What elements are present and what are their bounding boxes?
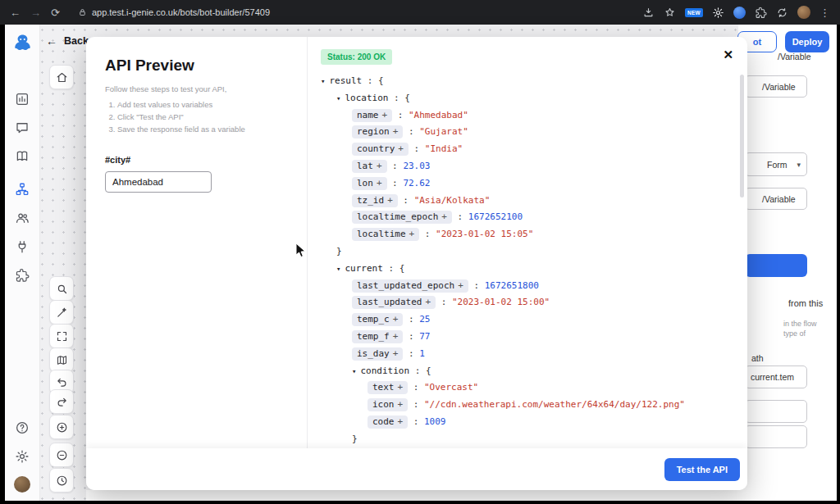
plugins-icon [15, 268, 30, 283]
zoom-in-button[interactable] [49, 415, 74, 439]
sync-icon[interactable] [776, 7, 788, 19]
browser-chrome: ← → ⟳ app.test.i-genie.co.uk/bots/bot-bu… [0, 0, 840, 25]
extensions-puzzle-icon[interactable] [755, 7, 767, 19]
save-as-variable-icon[interactable]: + [377, 161, 382, 171]
json-key-chip[interactable]: localtime_epoch+ [352, 211, 452, 224]
json-key-chip[interactable]: lat+ [352, 160, 387, 173]
collapse-toggle-icon[interactable]: ▾ [336, 90, 340, 107]
json-key-chip[interactable]: tz_id+ [352, 194, 398, 207]
redo-button[interactable] [49, 389, 74, 414]
sidebar-item-settings[interactable] [10, 444, 34, 469]
forward-nav-icon[interactable]: → [30, 7, 41, 18]
path-value-fragment[interactable]: current.tem [745, 366, 807, 388]
lock-icon [78, 7, 87, 17]
json-key-chip[interactable]: region+ [352, 125, 403, 138]
json-value: "2023-01-02 15:00" [452, 297, 550, 307]
history-button[interactable] [49, 468, 74, 493]
json-key-chip[interactable]: localtime+ [352, 228, 419, 241]
collapse-toggle-icon[interactable]: ▾ [321, 73, 325, 90]
test-api-button[interactable]: Test the API [664, 458, 740, 481]
magic-wand-icon [56, 306, 68, 319]
save-as-variable-icon[interactable]: + [425, 297, 431, 307]
json-key-chip[interactable]: last_updated+ [352, 296, 436, 309]
variable-tab-fragment[interactable]: /Variable [778, 52, 811, 61]
save-as-variable-icon[interactable]: + [441, 211, 447, 222]
menu-kebab-icon[interactable]: ⋮ [819, 7, 830, 18]
team-icon [15, 211, 30, 225]
collapse-toggle-icon[interactable]: ▾ [352, 363, 356, 380]
genie-extension-icon[interactable] [733, 7, 746, 19]
json-key-chip[interactable]: text+ [368, 381, 408, 394]
user-avatar[interactable] [14, 476, 30, 493]
json-row: localtime+ : "2023-01-02 15:05" [321, 226, 747, 243]
settings-icon [15, 449, 30, 464]
save-as-variable-icon[interactable]: + [393, 331, 399, 342]
api-preview-modal: API Preview Follow these steps to test y… [86, 37, 747, 490]
variable-field-fragment[interactable]: /Variable [745, 75, 807, 98]
minimap-button[interactable] [49, 347, 74, 372]
json-key-chip[interactable]: last_updated_epoch+ [352, 279, 468, 293]
json-value: 1672651800 [485, 280, 539, 291]
city-variable-input[interactable] [105, 171, 212, 193]
sidebar-item-integrations[interactable] [10, 234, 34, 259]
save-as-variable-icon[interactable]: + [398, 143, 404, 154]
sidebar-item-chat[interactable] [10, 116, 34, 140]
json-key-chip[interactable]: code+ [368, 415, 408, 429]
save-as-variable-icon[interactable]: + [398, 416, 404, 427]
json-row: last_updated_epoch+ : 1672651800 [321, 278, 747, 295]
sidebar-item-flow-builder[interactable] [10, 177, 34, 202]
scrollbar-thumb[interactable] [740, 75, 744, 198]
zoom-in-icon [56, 421, 68, 434]
save-as-variable-icon[interactable]: + [398, 382, 404, 393]
close-icon[interactable]: ✕ [723, 48, 733, 62]
empty-field-fragment-2[interactable] [745, 425, 807, 448]
json-key-chip[interactable]: temp_c+ [352, 313, 403, 326]
star-icon[interactable] [664, 7, 676, 19]
address-bar[interactable]: app.test.i-genie.co.uk/bots/bot-builder/… [78, 7, 270, 17]
sidebar-item-plugins[interactable] [10, 263, 34, 288]
sidebar-item-team[interactable] [10, 206, 34, 230]
mouse-cursor [295, 243, 307, 259]
back-button[interactable]: ← Back [46, 34, 89, 48]
save-as-variable-icon[interactable]: + [409, 229, 415, 239]
reload-icon[interactable]: ⟳ [51, 7, 60, 18]
json-key-chip[interactable]: is_day+ [352, 347, 403, 361]
url-text: app.test.i-genie.co.uk/bots/bot-builder/… [92, 7, 270, 17]
save-as-variable-icon[interactable]: + [393, 348, 399, 359]
empty-field-fragment[interactable] [745, 400, 807, 423]
json-key-chip[interactable]: name+ [352, 109, 392, 122]
variable-field-fragment-2[interactable]: /Variable [745, 188, 807, 210]
save-as-variable-icon[interactable]: + [398, 399, 404, 410]
json-row: name+ : "Ahmedabad" [321, 107, 747, 125]
json-key-chip[interactable]: lon+ [352, 177, 387, 190]
save-as-variable-icon[interactable]: + [387, 195, 393, 206]
sidebar-item-analytics[interactable] [10, 87, 34, 111]
sidebar-item-help[interactable] [10, 415, 34, 440]
sidebar-item-knowledge[interactable] [10, 144, 34, 169]
back-nav-icon[interactable]: ← [10, 7, 21, 18]
instruction-steps: Add test values to variables Click "Test… [105, 98, 287, 135]
save-as-variable-icon[interactable]: + [382, 110, 388, 120]
app-sidebar [5, 25, 40, 501]
download-icon[interactable] [642, 7, 655, 19]
fullscreen-button[interactable] [49, 324, 74, 348]
profile-avatar[interactable] [797, 6, 810, 19]
json-value: "Gujarat" [419, 126, 468, 137]
form-dropdown-fragment[interactable]: Form ▾ [745, 152, 807, 176]
save-as-variable-icon[interactable]: + [393, 314, 399, 325]
zoom-out-button[interactable] [49, 443, 74, 467]
deploy-button[interactable]: Deploy [785, 31, 829, 52]
json-key-chip[interactable]: country+ [352, 143, 409, 156]
save-as-variable-icon[interactable]: + [393, 126, 399, 137]
json-row: country+ : "India" [321, 141, 747, 158]
gear-icon[interactable] [712, 7, 724, 19]
save-as-variable-icon[interactable]: + [377, 178, 382, 188]
search-button[interactable] [49, 276, 74, 301]
home-button[interactable] [49, 65, 74, 89]
collapse-toggle-icon[interactable]: ▾ [336, 261, 340, 278]
json-key-chip[interactable]: temp_f+ [352, 330, 403, 343]
magic-wand-button[interactable] [49, 300, 74, 325]
panel-blue-button-fragment[interactable] [745, 254, 807, 277]
json-key-chip[interactable]: icon+ [368, 398, 408, 411]
save-as-variable-icon[interactable]: + [458, 280, 463, 291]
